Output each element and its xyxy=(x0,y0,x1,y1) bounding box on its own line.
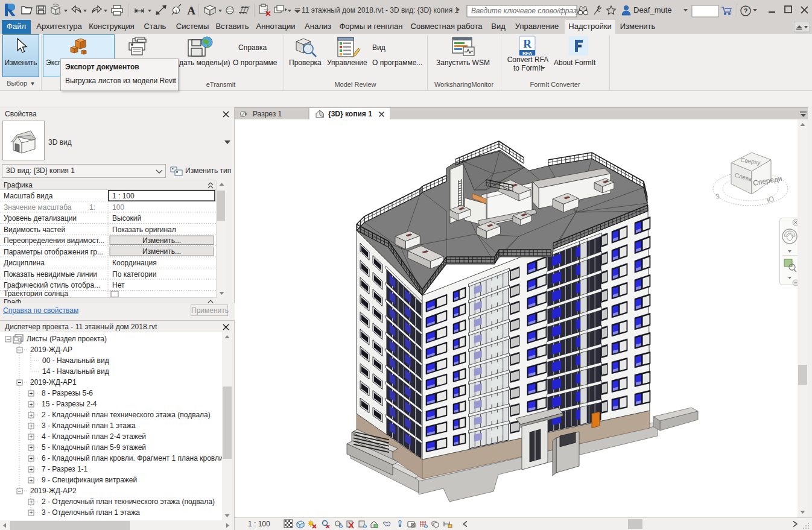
svg-text:Высокий: Высокий xyxy=(112,214,141,222)
svg-text:100: 100 xyxy=(112,203,124,212)
svg-text:По категории: По категории xyxy=(112,270,156,279)
svg-text:Уровень детализации: Уровень детализации xyxy=(4,214,77,222)
svg-text:15 - Разрезы 2-4: 15 - Разрезы 2-4 xyxy=(42,400,97,408)
svg-text:Изменить...: Изменить... xyxy=(142,236,181,245)
svg-text:1 : 100: 1 : 100 xyxy=(112,192,135,200)
svg-text:5 - Кладочный план 5-9 этажей: 5 - Кладочный план 5-9 этажей xyxy=(42,443,146,452)
svg-text:Показать невидимые линии: Показать невидимые линии xyxy=(4,270,97,279)
svg-text:R: R xyxy=(523,37,531,50)
svg-text:7 - Разрез 1-1: 7 - Разрез 1-1 xyxy=(42,465,88,473)
svg-text:Параметры отображения гр...: Параметры отображения гр... xyxy=(4,248,103,256)
svg-text:Введите ключевое слово/фразу: Введите ключевое слово/фразу xyxy=(471,7,580,15)
svg-text:Видимость частей: Видимость частей xyxy=(4,226,65,234)
svg-text:Траектория солнца: Траектория солнца xyxy=(4,289,68,297)
svg-text:З: З xyxy=(715,192,721,200)
svg-text:14 - Начальный вид: 14 - Начальный вид xyxy=(42,367,109,376)
svg-text:3 - Кладочный план 1 этажа: 3 - Кладочный план 1 этажа xyxy=(42,421,136,430)
svg-text:1:: 1: xyxy=(89,203,95,212)
svg-text:8 - Разрезы 5-6: 8 - Разрезы 5-6 xyxy=(42,389,93,397)
svg-text:Значение масштаба: Значение масштаба xyxy=(4,203,72,212)
svg-text:4 - Кладочный план 2-4 этажей: 4 - Кладочный план 2-4 этажей xyxy=(42,432,146,441)
svg-text:2 - Отделочный план техническо: 2 - Отделочный план технического этажа (… xyxy=(42,497,215,506)
svg-text:Графический стиль отобра...: Графический стиль отобра... xyxy=(4,281,100,289)
svg-text:2019-ЖД-АР2: 2019-ЖД-АР2 xyxy=(30,487,77,495)
svg-text:6 - Кладочный план кровли. Фра: 6 - Кладочный план кровли. Фрагмент 1 пл… xyxy=(42,454,222,462)
svg-text:?: ? xyxy=(744,7,748,14)
svg-text:Листы (Раздел проекта): Листы (Раздел проекта) xyxy=(27,335,107,343)
svg-text:Дисциплина: Дисциплина xyxy=(4,259,45,267)
svg-text:9 - Спецификация витражей: 9 - Спецификация витражей xyxy=(42,476,137,484)
svg-text:Масштаб вида: Масштаб вида xyxy=(4,192,53,200)
svg-text:Ю: Ю xyxy=(766,194,775,205)
svg-text:Нет: Нет xyxy=(112,281,125,289)
svg-text:2 - Кладочный план техническог: 2 - Кладочный план технического этажа (п… xyxy=(42,411,211,419)
svg-text:Изменить...: Изменить... xyxy=(142,247,181,256)
svg-text:2019-ЖД-АР: 2019-ЖД-АР xyxy=(30,345,72,354)
svg-text:3 - Отделочный план 1 этажа: 3 - Отделочный план 1 этажа xyxy=(42,508,140,517)
svg-text:2019-ЖД-АР1: 2019-ЖД-АР1 xyxy=(30,378,77,386)
svg-text:Координация: Координация xyxy=(112,259,157,267)
svg-text:Deaf_mute: Deaf_mute xyxy=(633,5,672,14)
svg-text:00 - Начальный вид: 00 - Начальный вид xyxy=(42,356,109,365)
svg-text:Показать оригинал: Показать оригинал xyxy=(112,226,176,234)
svg-text:Переопределения видимост...: Переопределения видимост... xyxy=(4,236,104,245)
svg-text:1: 1 xyxy=(175,8,178,14)
svg-text:A: A xyxy=(187,4,195,17)
svg-text:11 этажный дом 2018.rvt - 3D в: 11 этажный дом 2018.rvt - 3D вид: {3D} к… xyxy=(302,6,458,14)
